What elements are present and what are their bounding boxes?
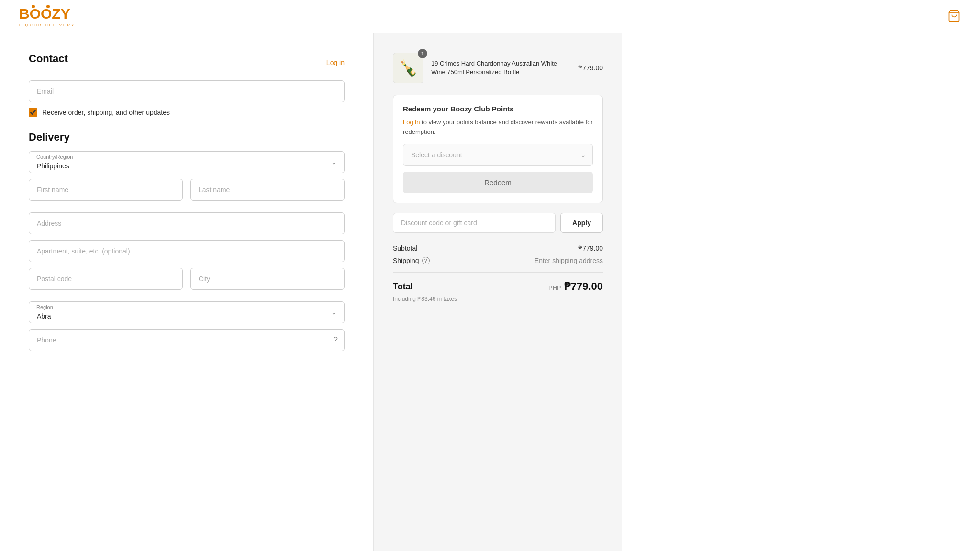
cart-icon	[947, 9, 961, 22]
summary-divider	[393, 272, 603, 273]
postal-group	[29, 268, 183, 290]
shipping-value: Enter shipping address	[535, 257, 603, 264]
city-group	[190, 268, 345, 290]
redeem-desc: Log in to view your points balance and d…	[403, 118, 593, 136]
discount-select[interactable]: Select a discount	[403, 144, 593, 166]
region-select-wrap: Region Abra ⌄	[29, 301, 345, 323]
last-name-group	[190, 179, 345, 201]
logo-o2: O	[41, 6, 52, 22]
phone-help-icon[interactable]: ?	[334, 336, 338, 344]
phone-input[interactable]	[29, 329, 345, 351]
cart-icon-button[interactable]	[947, 9, 961, 24]
region-select[interactable]: Abra	[29, 301, 345, 323]
login-link[interactable]: Log in	[326, 59, 345, 66]
redeem-title: Redeem your Boozy Club Points	[403, 105, 593, 113]
email-input[interactable]	[29, 80, 345, 102]
right-panel: 🍾 1 19 Crimes Hard Chardonnay Australian…	[373, 33, 622, 551]
product-name: 19 Crimes Hard Chardonnay Australian Whi…	[431, 59, 570, 77]
product-image-wrap: 🍾 1	[393, 53, 423, 83]
logo-o1: O	[30, 6, 41, 22]
shipping-label: Shipping	[393, 257, 419, 264]
total-label: Total	[393, 282, 413, 292]
apartment-group	[29, 240, 345, 262]
total-row: Total PHP ₱779.00	[393, 280, 603, 293]
first-name-input[interactable]	[29, 179, 183, 201]
product-image: 🍾	[393, 53, 423, 83]
redeem-card: Redeem your Boozy Club Points Log in to …	[393, 95, 603, 203]
phone-input-wrap: ?	[29, 329, 345, 351]
discount-code-input[interactable]	[393, 213, 556, 233]
apartment-input[interactable]	[29, 240, 345, 262]
subtotal-row: Subtotal ₱779.00	[393, 244, 603, 252]
discount-select-wrap: Select a discount ⌄	[403, 144, 593, 166]
header: B O O ZY LIQUOR DELIVERY	[0, 0, 980, 33]
address-input[interactable]	[29, 212, 345, 234]
postal-input[interactable]	[29, 268, 183, 290]
logo: B O O ZY LIQUOR DELIVERY	[19, 6, 75, 27]
country-select-wrap: Country/Region Philippines ⌄	[29, 151, 345, 173]
delivery-section: Delivery Country/Region Philippines ⌄	[29, 131, 345, 351]
delivery-title: Delivery	[29, 131, 345, 143]
city-input[interactable]	[190, 268, 345, 290]
logo-container: B O O ZY LIQUOR DELIVERY	[19, 6, 75, 27]
logo-zy: ZY	[52, 6, 70, 22]
product-badge: 1	[418, 49, 427, 58]
total-value-wrap: PHP ₱779.00	[548, 280, 603, 293]
left-panel: Contact Log in Receive order, shipping, …	[0, 33, 373, 551]
logo-b: B	[19, 6, 30, 22]
contact-title: Contact	[29, 53, 68, 65]
total-currency: PHP	[548, 284, 561, 291]
subtotal-value: ₱779.00	[578, 244, 603, 252]
redeem-login-link[interactable]: Log in	[403, 119, 420, 126]
first-name-group	[29, 179, 183, 201]
shipping-help-icon[interactable]: ?	[422, 257, 430, 264]
logo-letters: B O O ZY	[19, 6, 75, 22]
bubble-dot-1	[32, 5, 35, 8]
logo-subtitle: LIQUOR DELIVERY	[19, 23, 75, 27]
country-select[interactable]: Philippines	[29, 151, 345, 173]
newsletter-checkbox[interactable]	[29, 108, 37, 117]
name-row	[29, 179, 345, 207]
subtotal-label: Subtotal	[393, 244, 417, 252]
region-group: Region Abra ⌄	[29, 301, 345, 323]
email-group	[29, 80, 345, 102]
country-group: Country/Region Philippines ⌄	[29, 151, 345, 173]
main-layout: Contact Log in Receive order, shipping, …	[0, 33, 980, 551]
contact-header: Contact Log in	[29, 53, 345, 73]
product-bottle-icon: 🍾	[399, 59, 418, 77]
shipping-row: Shipping ? Enter shipping address	[393, 257, 603, 264]
last-name-input[interactable]	[190, 179, 345, 201]
address-group	[29, 212, 345, 234]
phone-group: ?	[29, 329, 345, 351]
product-info: 19 Crimes Hard Chardonnay Australian Whi…	[431, 59, 570, 77]
bubble-dot-2	[46, 5, 50, 8]
product-price: ₱779.00	[578, 64, 603, 72]
apply-button[interactable]: Apply	[560, 213, 603, 233]
total-amount: ₱779.00	[564, 280, 603, 293]
tax-note: Including ₱83.46 in taxes	[393, 296, 603, 302]
newsletter-label: Receive order, shipping, and other updat…	[42, 109, 170, 116]
discount-code-row: Apply	[393, 213, 603, 233]
order-item: 🍾 1 19 Crimes Hard Chardonnay Australian…	[393, 53, 603, 83]
postal-city-row	[29, 268, 345, 296]
shipping-label-wrap: Shipping ?	[393, 257, 430, 264]
newsletter-row: Receive order, shipping, and other updat…	[29, 108, 345, 117]
redeem-desc-text: to view your points balance and discover…	[403, 119, 593, 135]
redeem-button[interactable]: Redeem	[403, 172, 593, 193]
